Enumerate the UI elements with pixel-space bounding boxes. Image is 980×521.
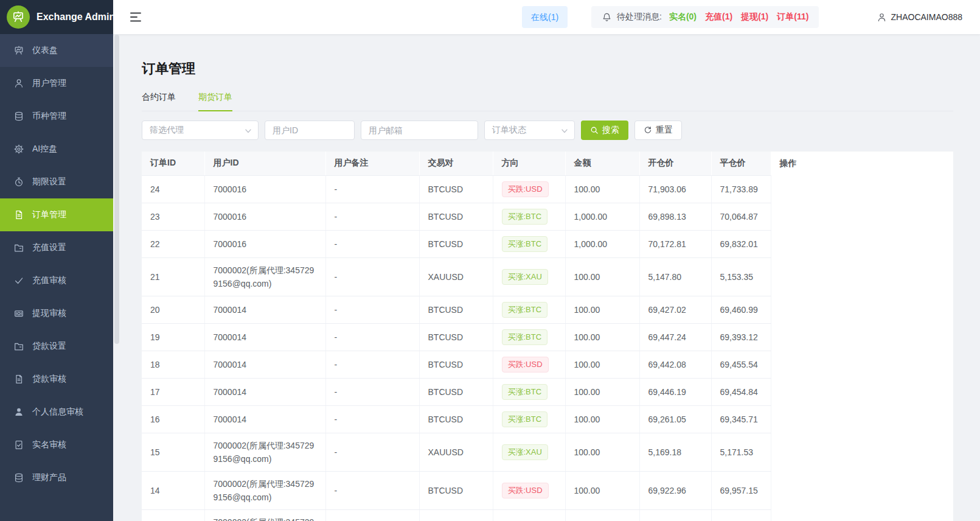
banknote-icon xyxy=(13,308,24,319)
table-row: 147000002(所属代理:3457299156@qq.com)-BTCUSD… xyxy=(142,471,953,509)
user-id-input[interactable] xyxy=(265,121,355,140)
agent-filter-placeholder: 筛选代理 xyxy=(150,125,184,136)
sidebar-collapse-icon[interactable] xyxy=(130,12,142,23)
sidebar-item-deposit-review[interactable]: 充值审核 xyxy=(0,264,113,297)
column-header-pair: 交易对 xyxy=(419,152,493,175)
column-header-actions: 操作 xyxy=(771,152,953,175)
direction-badge: 买涨:BTC xyxy=(502,302,548,318)
pending-count-order[interactable]: 订单(11) xyxy=(777,12,808,21)
coins-icon xyxy=(13,111,24,122)
sidebar-item-label: AI控盘 xyxy=(32,144,57,155)
cell-direction: 买涨:XAU xyxy=(493,433,565,471)
cell-amount: 100.00 xyxy=(565,257,639,296)
sidebar-item-kyc-review[interactable]: 实名审核 xyxy=(0,428,113,461)
table-row: 167000014-BTCUSD买涨:BTC100.0069,261.0569,… xyxy=(142,405,953,433)
cell-pair: XAUUSD xyxy=(419,257,493,296)
sidebar-item-currencies[interactable]: 币种管理 xyxy=(0,100,113,133)
document-icon xyxy=(13,374,24,385)
sidebar-item-deposit-settings[interactable]: 充值设置 xyxy=(0,231,113,264)
sidebar-item-withdrawal-review[interactable]: 提现审核 xyxy=(0,297,113,330)
app-root: Exchange Admin 仪表盘用户管理币种管理AI控盘期限设置订单管理充值… xyxy=(0,0,980,521)
account-menu[interactable]: ZHAOCAIMAO888 xyxy=(877,0,962,34)
cell-close-price: 69,455.54 xyxy=(711,351,771,378)
online-status-badge[interactable]: 在线(1) xyxy=(522,6,568,28)
orders-table: 订单ID用户ID用户备注交易对方向金额开仓价平仓价操作 247000016-BT… xyxy=(142,152,953,521)
cell-open-price: 69,427.02 xyxy=(639,296,711,323)
pending-counts: 实名(0)充值(1)提现(1)订单(11) xyxy=(669,12,809,23)
pending-count-deposit[interactable]: 充值(1) xyxy=(705,12,732,21)
column-header-order-id: 订单ID xyxy=(142,152,204,175)
folder-icon xyxy=(13,242,24,253)
sidebar-scrollbar-thumb[interactable] xyxy=(114,35,119,344)
cell-direction: 买涨:BTC xyxy=(493,230,565,257)
sidebar-item-label: 提现审核 xyxy=(32,308,66,319)
cell-order-id: 16 xyxy=(142,405,204,433)
sidebar-item-label: 贷款设置 xyxy=(32,341,66,352)
cell-amount: 100.00 xyxy=(565,351,639,378)
check-icon xyxy=(13,275,24,286)
sidebar-item-dashboard[interactable]: 仪表盘 xyxy=(0,34,113,67)
cell-user-note: - xyxy=(325,509,419,521)
sidebar-item-users[interactable]: 用户管理 xyxy=(0,67,113,100)
sidebar-item-ai-control[interactable]: AI控盘 xyxy=(0,133,113,166)
pending-count-withdraw[interactable]: 提现(1) xyxy=(741,12,768,21)
cell-actions xyxy=(771,230,953,257)
agent-filter-select[interactable]: 筛选代理 xyxy=(142,121,259,140)
cell-order-id: 17 xyxy=(142,378,204,405)
user-email-input[interactable] xyxy=(361,121,478,140)
cell-open-price: 69,447.24 xyxy=(639,323,711,351)
chevron-down-icon xyxy=(244,127,252,135)
cell-pair: BTCUSD xyxy=(419,296,493,323)
cell-amount: 1,000.00 xyxy=(565,230,639,257)
sidebar-item-term-settings[interactable]: 期限设置 xyxy=(0,166,113,198)
timer-icon xyxy=(13,177,24,187)
table-row: 237000016-BTCUSD买涨:BTC1,000.0069,898.137… xyxy=(142,203,953,230)
cell-actions xyxy=(771,509,953,521)
coins-icon xyxy=(13,472,24,483)
sidebar-item-label: 个人信息审核 xyxy=(32,407,83,418)
cell-open-price: 2,046.38 xyxy=(639,509,711,521)
sidebar-item-profile-review[interactable]: 个人信息审核 xyxy=(0,396,113,428)
tab-futures-orders[interactable]: 期货订单 xyxy=(198,92,232,111)
order-status-select[interactable]: 订单状态 xyxy=(484,121,575,140)
cell-user-id: 7000016 xyxy=(204,175,325,203)
sidebar: Exchange Admin 仪表盘用户管理币种管理AI控盘期限设置订单管理充值… xyxy=(0,0,113,521)
cell-user-note: - xyxy=(325,405,419,433)
user-icon xyxy=(877,12,887,23)
sidebar-item-loan-settings[interactable]: 贷款设置 xyxy=(0,330,113,363)
direction-badge: 买涨:BTC xyxy=(502,384,548,400)
cell-user-id: 7000002(所属代理:3457299156@qq.com) xyxy=(204,257,325,296)
cell-user-id: 7000014 xyxy=(204,351,325,378)
sidebar-item-label: 用户管理 xyxy=(32,78,66,89)
direction-badge: 买涨:XAU xyxy=(502,269,548,285)
sidebar-item-orders[interactable]: 订单管理 xyxy=(0,198,113,231)
tab-contract-orders[interactable]: 合约订单 xyxy=(142,92,176,110)
pending-count-kyc[interactable]: 实名(0) xyxy=(669,12,697,21)
sidebar-item-wealth-products[interactable]: 理财产品 xyxy=(0,461,113,494)
search-button[interactable]: 搜索 xyxy=(581,121,628,140)
reset-button[interactable]: 重置 xyxy=(634,121,682,140)
cell-user-note: - xyxy=(325,378,419,405)
page-title: 订单管理 xyxy=(142,60,980,78)
cell-actions xyxy=(771,351,953,378)
sidebar-item-label: 仪表盘 xyxy=(32,45,58,56)
cell-actions xyxy=(771,323,953,351)
filter-bar: 筛选代理 订单状态 搜索 重置 xyxy=(142,121,980,140)
sidebar-item-loan-review[interactable]: 贷款审核 xyxy=(0,363,113,396)
cell-close-price: 71,733.89 xyxy=(711,175,771,203)
column-header-direction: 方向 xyxy=(493,152,565,175)
cell-order-id: 20 xyxy=(142,296,204,323)
orders-table-wrap: 订单ID用户ID用户备注交易对方向金额开仓价平仓价操作 247000016-BT… xyxy=(142,152,953,521)
cell-user-id: 7000014 xyxy=(204,378,325,405)
cell-close-price: 69,957.15 xyxy=(711,471,771,509)
cell-order-id: 24 xyxy=(142,175,204,203)
table-row: 157000002(所属代理:3457299156@qq.com)-XAUUSD… xyxy=(142,433,953,471)
cell-direction: 买涨:ETH xyxy=(493,509,565,521)
direction-badge: 买跌:USD xyxy=(502,181,549,197)
direction-badge: 买跌:USD xyxy=(502,357,549,372)
cell-open-price: 5,169.18 xyxy=(639,433,711,471)
sidebar-item-label: 充值设置 xyxy=(32,242,66,253)
sidebar-item-label: 实名审核 xyxy=(32,439,66,450)
table-header-row: 订单ID用户ID用户备注交易对方向金额开仓价平仓价操作 xyxy=(142,152,953,175)
column-header-user-id: 用户ID xyxy=(204,152,325,175)
